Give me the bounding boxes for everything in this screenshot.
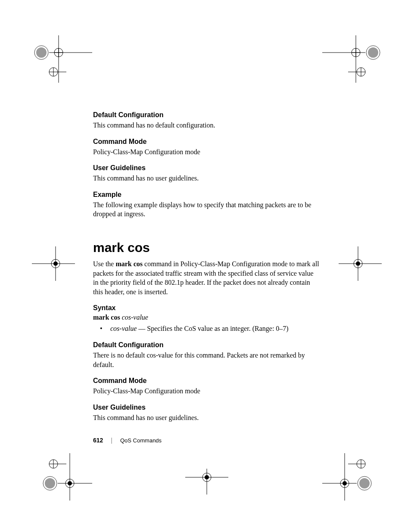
footer-section: QoS Commands xyxy=(120,437,162,444)
svg-point-41 xyxy=(357,460,365,468)
body-user-guidelines-2: This command has no user guidelines. xyxy=(93,413,319,423)
svg-point-10 xyxy=(366,46,380,59)
svg-point-14 xyxy=(352,48,360,57)
cropmark-icon xyxy=(339,246,382,281)
body-command-mode-1: Policy-Class-Map Configuration mode xyxy=(93,147,319,157)
svg-point-27 xyxy=(356,261,360,266)
page-content: Default Configuration This command has n… xyxy=(93,111,319,424)
svg-point-26 xyxy=(354,259,362,268)
svg-point-22 xyxy=(51,259,60,268)
body-default-config-2: There is no default cos-value for this c… xyxy=(93,351,319,369)
svg-point-48 xyxy=(340,479,349,488)
svg-point-23 xyxy=(53,261,58,266)
svg-point-32 xyxy=(45,478,55,488)
heading-example: Example xyxy=(93,191,319,199)
syntax-cmd: mark cos xyxy=(93,314,122,321)
body-user-guidelines-1: This command has no user guidelines. xyxy=(93,174,319,183)
command-intro-bold: mark cos xyxy=(115,260,143,268)
syntax-bullet-1: cos-value — Specifies the CoS value as a… xyxy=(105,324,319,333)
syntax-line: mark cos cos-value xyxy=(93,314,319,321)
cropmark-icon xyxy=(32,453,92,501)
body-command-mode-2: Policy-Class-Map Configuration mode xyxy=(93,386,319,396)
cropmark-icon xyxy=(322,35,383,83)
svg-point-28 xyxy=(49,460,58,468)
svg-point-49 xyxy=(342,481,347,485)
cropmark-icon xyxy=(32,35,92,83)
syntax-bullet-arg: cos-value xyxy=(110,325,137,332)
heading-command-mode-2: Command Mode xyxy=(93,377,319,385)
heading-user-guidelines-2: User Guidelines xyxy=(93,404,319,411)
heading-default-config-2: Default Configuration xyxy=(93,341,319,349)
svg-point-1 xyxy=(36,47,47,58)
command-intro-pre: Use the xyxy=(93,260,115,268)
heading-default-config-1: Default Configuration xyxy=(93,111,319,119)
heading-syntax: Syntax xyxy=(93,304,319,312)
heading-user-guidelines-1: User Guidelines xyxy=(93,164,319,172)
syntax-bullet-desc: — Specifies the CoS value as an integer.… xyxy=(137,325,288,332)
heading-command-mode-1: Command Mode xyxy=(93,138,319,146)
body-example: The following example displays how to sp… xyxy=(93,200,319,219)
command-title: mark cos xyxy=(93,240,319,255)
svg-point-0 xyxy=(34,46,48,59)
svg-point-39 xyxy=(202,473,211,482)
svg-point-31 xyxy=(43,476,57,490)
svg-point-40 xyxy=(205,475,209,479)
svg-point-4 xyxy=(54,48,63,57)
page-footer: 612 | QoS Commands xyxy=(93,437,162,444)
svg-point-17 xyxy=(357,68,365,76)
svg-point-7 xyxy=(49,68,58,76)
footer-divider: | xyxy=(111,437,112,444)
cropmark-icon xyxy=(185,469,228,495)
syntax-arg: cos-value xyxy=(122,314,148,321)
syntax-bullets: cos-value — Specifies the CoS value as a… xyxy=(105,324,319,333)
cropmark-icon xyxy=(322,453,383,501)
body-default-config-1: This command has no default configuratio… xyxy=(93,121,319,130)
page-number: 612 xyxy=(93,437,103,444)
command-intro: Use the mark cos command in Policy-Class… xyxy=(93,259,319,296)
svg-point-36 xyxy=(68,481,72,485)
svg-point-45 xyxy=(359,478,370,488)
cropmark-icon xyxy=(32,246,75,281)
svg-point-44 xyxy=(358,476,371,490)
svg-point-35 xyxy=(65,479,74,488)
svg-point-11 xyxy=(368,47,378,58)
